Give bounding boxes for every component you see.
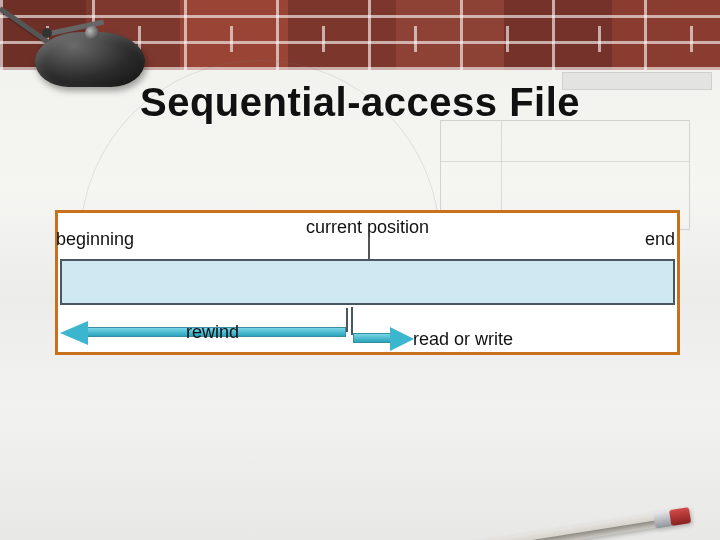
readwrite-arrow-shaft [353, 333, 391, 343]
rewind-connector-line [346, 308, 348, 332]
label-current-position: current position [306, 217, 429, 238]
label-read-or-write: read or write [413, 329, 513, 350]
pencil-decoration [441, 502, 692, 540]
slide-root: Sequential-access File beginning current… [0, 0, 720, 540]
label-beginning: beginning [56, 229, 134, 250]
desk-lamp-decoration [0, 0, 190, 142]
file-bar [60, 259, 675, 305]
readwrite-arrow-head-icon [390, 327, 414, 351]
sequential-access-diagram: beginning current position end rewind re… [58, 213, 677, 352]
diagram-frame: beginning current position end rewind re… [55, 210, 680, 355]
readwrite-connector-line [351, 307, 353, 335]
label-end: end [645, 229, 675, 250]
label-rewind: rewind [186, 322, 239, 343]
rewind-arrow-head-icon [60, 321, 88, 345]
